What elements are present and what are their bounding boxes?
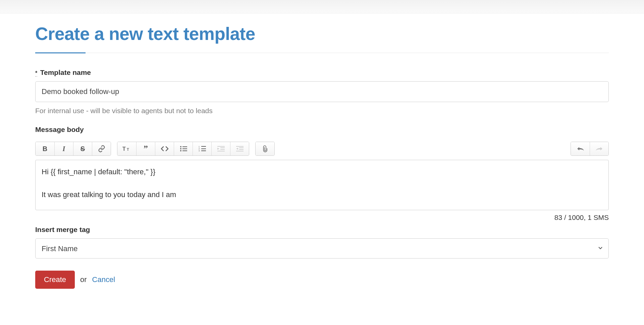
toolbar-group-attach [255, 142, 275, 156]
merge-tag-field: Insert merge tag First Name [35, 226, 609, 259]
svg-rect-18 [217, 151, 225, 151]
character-counter: 83 / 1000, 1 SMS [35, 214, 609, 222]
toolbar-group-block: T T ” [117, 142, 249, 156]
template-name-field: * Template name For internal use - will … [35, 68, 609, 115]
number-list-button[interactable]: 1 2 3 [193, 142, 211, 155]
svg-point-2 [180, 146, 181, 147]
template-name-help: For internal use - will be visible to ag… [35, 107, 609, 115]
svg-rect-17 [220, 149, 225, 150]
svg-text:T: T [122, 146, 126, 152]
page-title: Create a new text template [35, 24, 609, 44]
svg-rect-3 [182, 146, 187, 147]
template-name-input[interactable] [35, 81, 609, 102]
template-name-label: Template name [40, 68, 91, 77]
svg-rect-11 [201, 148, 206, 149]
redo-button[interactable] [590, 142, 608, 155]
svg-rect-22 [239, 149, 244, 150]
svg-rect-21 [239, 147, 244, 148]
bullet-list-icon [180, 146, 187, 152]
cancel-link[interactable]: Cancel [92, 275, 115, 284]
required-indicator: * [35, 70, 37, 77]
editor-toolbar: B I S T [35, 142, 609, 156]
svg-rect-16 [220, 147, 225, 148]
toolbar-group-formatting: B I S [35, 142, 111, 156]
bold-icon: B [43, 145, 47, 153]
heading-button[interactable]: T T [117, 142, 136, 155]
merge-tag-select[interactable]: First Name [35, 238, 609, 259]
indent-button[interactable] [230, 142, 249, 155]
italic-icon: I [63, 145, 65, 153]
svg-rect-13 [201, 150, 206, 151]
code-icon [161, 146, 169, 151]
svg-point-6 [180, 150, 181, 151]
svg-rect-9 [201, 146, 206, 147]
message-body-field: Message body B I S [35, 126, 609, 222]
quote-button[interactable]: ” [136, 142, 155, 155]
svg-marker-15 [217, 148, 219, 150]
quote-icon: ” [144, 146, 148, 151]
message-body-label: Message body [35, 126, 84, 134]
toolbar-group-history [571, 142, 609, 156]
or-separator: or [80, 275, 87, 284]
undo-button[interactable] [571, 142, 590, 155]
link-icon [98, 145, 105, 152]
svg-marker-20 [236, 148, 238, 150]
svg-point-4 [180, 148, 181, 149]
bold-button[interactable]: B [36, 142, 54, 155]
svg-rect-7 [182, 150, 187, 151]
template-name-label-row: * Template name [35, 68, 609, 81]
svg-rect-23 [236, 151, 244, 151]
bullet-list-button[interactable] [174, 142, 193, 155]
strike-button[interactable]: S [73, 142, 92, 155]
link-button[interactable] [92, 142, 111, 155]
svg-rect-19 [236, 146, 244, 147]
italic-button[interactable]: I [54, 142, 73, 155]
indent-icon [236, 146, 244, 152]
create-button[interactable]: Create [35, 271, 75, 289]
attach-button[interactable] [256, 142, 274, 155]
outdent-icon [217, 146, 225, 152]
merge-tag-label: Insert merge tag [35, 226, 90, 234]
svg-text:3: 3 [199, 150, 200, 152]
redo-icon [595, 146, 603, 151]
number-list-icon: 1 2 3 [199, 146, 206, 152]
undo-icon [576, 146, 584, 151]
svg-rect-5 [182, 148, 187, 149]
top-strip [0, 0, 644, 13]
message-body-editor[interactable]: Hi {{ first_name | default: "there," }} … [35, 160, 609, 210]
form-actions: Create or Cancel [35, 271, 609, 289]
merge-tag-select-wrap: First Name [35, 238, 609, 259]
paperclip-icon [262, 145, 268, 152]
svg-rect-14 [217, 146, 225, 147]
page-container: Create a new text template * Template na… [17, 13, 627, 306]
outdent-button[interactable] [211, 142, 230, 155]
code-button[interactable] [155, 142, 174, 155]
heading-icon: T T [122, 145, 131, 152]
title-rule [35, 53, 609, 53]
strike-icon: S [80, 145, 85, 153]
svg-text:T: T [127, 147, 129, 151]
